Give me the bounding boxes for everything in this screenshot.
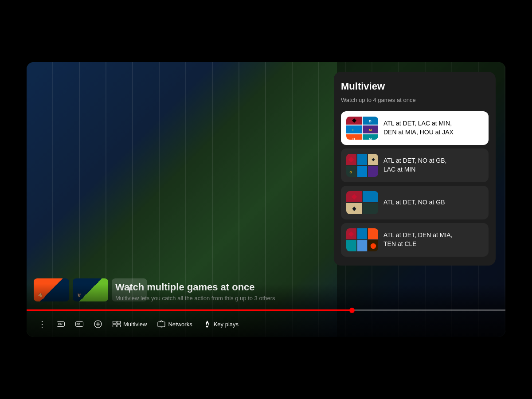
svg-rect-11 bbox=[158, 322, 165, 327]
svg-text:M: M bbox=[369, 128, 372, 132]
multiview-icon bbox=[113, 320, 121, 328]
svg-rect-9 bbox=[113, 325, 117, 327]
svg-text:M: M bbox=[369, 137, 372, 140]
min-logo: M bbox=[363, 125, 378, 133]
svg-point-33 bbox=[368, 194, 373, 199]
svg-rect-10 bbox=[117, 325, 121, 327]
panel-title: Multiview bbox=[341, 81, 489, 92]
svg-text:D: D bbox=[369, 119, 372, 123]
logos-grid-1: D L M D M H J bbox=[346, 117, 378, 140]
flame-icon bbox=[203, 320, 211, 328]
networks-button[interactable]: Networks bbox=[153, 317, 196, 331]
svg-point-31 bbox=[360, 168, 365, 174]
logos-grid-2: G bbox=[346, 154, 378, 177]
option3-text: ATL at DET, NO at GB bbox=[383, 198, 445, 207]
multiview-option-4[interactable]: ATL at DET, DEN at MIA,TEN at CLE bbox=[341, 223, 489, 257]
svg-rect-7 bbox=[113, 321, 117, 324]
keyplays-button[interactable]: Key plays bbox=[199, 317, 243, 331]
multiview-button[interactable]: Multiview bbox=[108, 317, 151, 331]
svg-point-34 bbox=[368, 206, 373, 211]
lac-logo: L bbox=[346, 125, 362, 133]
hd-icon: HD bbox=[57, 320, 65, 328]
progress-bar[interactable] bbox=[27, 309, 505, 311]
svg-text:L: L bbox=[352, 128, 355, 132]
svg-text:CC: CC bbox=[76, 323, 80, 325]
player-container: 🐴 🦅 + Watch multiple games at once Multi… bbox=[27, 62, 505, 337]
logos-grid-3 bbox=[346, 191, 378, 214]
det-logo: D bbox=[363, 117, 378, 125]
svg-text:HD: HD bbox=[58, 322, 63, 325]
svg-point-36 bbox=[370, 231, 376, 236]
multiview-option-2[interactable]: G ATL at DET, NO at GB,LAC at MIN bbox=[341, 149, 489, 182]
svg-point-28 bbox=[360, 156, 365, 162]
more-options-button[interactable]: ⋮ bbox=[34, 317, 51, 332]
svg-point-35 bbox=[360, 231, 365, 236]
mia-logo: M bbox=[363, 134, 378, 140]
progress-fill bbox=[27, 309, 352, 311]
cc-icon: CC bbox=[75, 320, 83, 328]
svg-text:G: G bbox=[350, 170, 352, 174]
svg-point-39 bbox=[370, 243, 376, 248]
add-button[interactable] bbox=[90, 317, 106, 331]
add-icon bbox=[94, 320, 102, 328]
option4-text: ATL at DET, DEN at MIA,TEN at CLE bbox=[383, 231, 453, 248]
controls-bar: ⋮ HD CC bbox=[27, 284, 505, 337]
option2-text: ATL at DET, NO at GB,LAC at MIN bbox=[383, 156, 446, 174]
logos-grid-4 bbox=[346, 228, 378, 251]
option1-text: ATL at DET, LAC at MIN,DEN at MIA, HOU a… bbox=[383, 119, 454, 137]
multiview-option-3[interactable]: ATL at DET, NO at GB bbox=[341, 186, 489, 219]
hd-button[interactable]: HD bbox=[52, 317, 69, 331]
cc-button[interactable]: CC bbox=[71, 317, 88, 331]
panel-subtitle: Watch up to 4 games at once bbox=[341, 97, 489, 103]
svg-rect-8 bbox=[117, 321, 121, 324]
svg-text:D: D bbox=[352, 137, 355, 140]
den-logo: D bbox=[346, 134, 362, 140]
tv-icon bbox=[157, 320, 165, 328]
svg-point-32 bbox=[370, 168, 376, 174]
svg-point-38 bbox=[360, 243, 365, 248]
controls-row: ⋮ HD CC bbox=[27, 317, 505, 332]
multiview-panel: Multiview Watch up to 4 games at once D … bbox=[334, 72, 496, 266]
svg-point-37 bbox=[348, 243, 354, 248]
multiview-option-1[interactable]: D L M D M H J bbox=[341, 111, 489, 145]
atl-logo bbox=[346, 117, 362, 125]
